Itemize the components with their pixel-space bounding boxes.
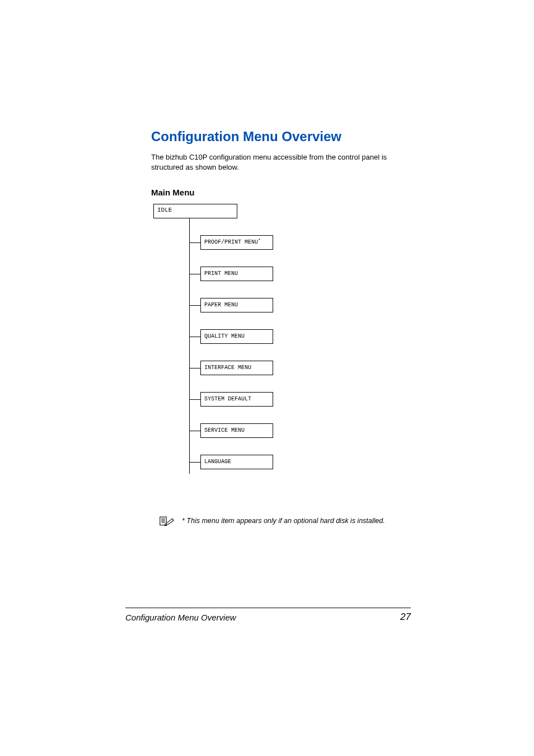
tree-branch-line	[189, 274, 200, 274]
page-heading: Configuration Menu Overview	[151, 129, 409, 144]
tree-branch-line	[189, 368, 200, 368]
note-icon	[160, 515, 174, 526]
tree-branch-line	[189, 431, 200, 431]
footer-title: Configuration Menu Overview	[125, 613, 236, 622]
tree-node-box: SERVICE MENU	[200, 423, 273, 438]
tree-node-box: PAPER MENU	[200, 298, 273, 312]
tree-node-box: INTERFACE MENU	[200, 361, 273, 375]
footer-rule	[125, 608, 411, 608]
tree-branch-line	[189, 305, 200, 306]
section-heading: Main Menu	[151, 188, 409, 197]
tree-branch-line	[189, 337, 200, 337]
tree-node-box: PROOF/PRINT MENU*	[200, 235, 273, 250]
footer-page-number: 27	[400, 612, 411, 623]
tree-node-box: PRINT MENU	[200, 267, 273, 281]
menu-tree-diagram: IDLE PROOF/PRINT MENU*PRINT MENUPAPER ME…	[153, 204, 409, 484]
intro-paragraph: The bizhub C10P configuration menu acces…	[151, 152, 409, 172]
tree-node-box: QUALITY MENU	[200, 329, 273, 344]
note-text: * This menu item appears only if an opti…	[182, 517, 385, 525]
tree-branch-line	[189, 242, 200, 243]
tree-node-box: LANGUAGE	[200, 455, 273, 469]
tree-trunk-line	[189, 218, 190, 474]
tree-root-box: IDLE	[153, 204, 237, 218]
tree-branch-line	[189, 462, 200, 463]
tree-node-box: SYSTEM DEFAULT	[200, 392, 273, 407]
tree-branch-line	[189, 399, 200, 400]
